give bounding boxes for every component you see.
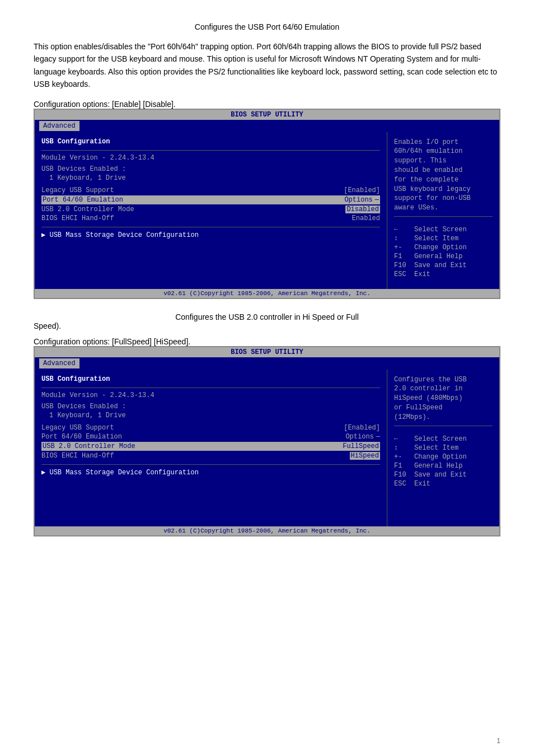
bios-divider-2a	[41, 388, 380, 388]
bios-key-row-1-5: ESC Exit	[394, 270, 493, 278]
bios-item-label-2-1: Port 64/60 Emulation	[41, 433, 343, 441]
bios-item-row-1-1: Port 64/60 Emulation Options —	[41, 195, 380, 204]
bios-module-version-2: Module Version - 2.24.3-13.4	[41, 391, 380, 399]
bios-key-desc-1-3: General Help	[414, 253, 462, 260]
bios-key-row-2-3: F1 General Help	[394, 462, 493, 470]
section1-description: This option enables/disables the "Port 6…	[34, 40, 500, 91]
bios-item-value-1-1: Options	[344, 196, 372, 204]
bios-divider-right-2	[394, 426, 493, 426]
bios-key-row-2-4: F10 Save and Exit	[394, 471, 493, 479]
bios-item-value-1-2: Disabled	[345, 206, 380, 213]
bios-right-2: Configures the USB 2.0 controller in HiS…	[387, 370, 499, 526]
bios-section-title-2: USB Configuration	[41, 375, 380, 383]
bios-devices-label-1: USB Devices Enabled :	[41, 165, 380, 173]
bios-key-desc-1-5: Exit	[414, 270, 430, 278]
bios-key-desc-1-1: Select Item	[414, 235, 458, 242]
bios-key-f1-2: F1	[394, 462, 414, 470]
bios-item-row-2-1: Port 64/60 Emulation Options —	[41, 433, 380, 441]
bios-item-value-2-3: HiSpeed	[350, 452, 380, 460]
bios-key-arrow-2: ←	[394, 435, 414, 443]
bios-item-label-2-3: BIOS EHCI Hand-Off	[41, 452, 348, 460]
bios-tabbar-1: Advanced	[35, 120, 499, 132]
bios-key-updown-2: ↕	[394, 444, 414, 452]
bios-key-plusminus-2: +-	[394, 453, 414, 461]
bios-divider-right-1	[394, 216, 493, 217]
bios-key-desc-2-1: Select Item	[414, 444, 458, 452]
bios-key-row-1-1: ↕ Select Item	[394, 235, 493, 242]
bios-screen-2: BIOS SETUP UTILITY Advanced USB Configur…	[34, 346, 500, 536]
bios-item-row-2-2: USB 2.0 Controller Mode FullSpeed	[41, 442, 380, 451]
bios-key-row-2-2: +- Change Option	[394, 453, 493, 461]
bios-item-label-1-1: Port 64/60 Emulation	[43, 196, 342, 204]
bios-keys-2: ← Select Screen ↕ Select Item +- Change …	[394, 435, 493, 488]
bios-key-desc-1-2: Change Option	[414, 244, 467, 251]
bios-key-row-1-0: ← Select Screen	[394, 226, 493, 234]
bios-header-1: BIOS SETUP UTILITY	[35, 110, 499, 120]
bios-item-label-2-0: Legacy USB Support	[41, 424, 341, 432]
bios-content-2: USB Configuration Module Version - 2.24.…	[35, 370, 499, 526]
bios-divider-1b	[41, 227, 380, 227]
section2-title2: Speed).	[34, 321, 500, 330]
bios-key-desc-1-4: Save and Exit	[414, 262, 467, 269]
bios-tab-advanced-1[interactable]: Advanced	[39, 121, 79, 131]
bios-key-esc-1: ESC	[394, 270, 414, 278]
bios-key-desc-1-0: Select Screen	[414, 226, 467, 234]
bios-left-1: USB Configuration Module Version - 2.24.…	[35, 132, 387, 289]
bios-key-row-1-3: F1 General Help	[394, 253, 493, 260]
bios-help-2: Configures the USB 2.0 controller in HiS…	[394, 375, 493, 422]
bios-item-value-2-1: Options	[345, 433, 373, 441]
bios-key-row-1-2: +- Change Option	[394, 244, 493, 251]
bios-tabbar-2: Advanced	[35, 357, 499, 370]
bios-key-f1-1: F1	[394, 253, 414, 260]
bios-key-desc-2-0: Select Screen	[414, 435, 467, 443]
bios-left-2: USB Configuration Module Version - 2.24.…	[35, 370, 387, 526]
bios-item-label-1-3: BIOS EHCI Hand-Off	[41, 214, 350, 222]
bios-screen-1: BIOS SETUP UTILITY Advanced USB Configur…	[34, 109, 500, 299]
bios-item-row-1-2: USB 2.0 Controller Mode Disabled	[41, 206, 380, 213]
bios-devices-label-2: USB Devices Enabled :	[41, 403, 380, 410]
bios-key-esc-2: ESC	[394, 480, 414, 488]
bios-item-value-1-0: [Enabled]	[344, 186, 380, 194]
section2-config-label: Configuration options: [FullSpeed] [HiSp…	[34, 337, 500, 346]
bios-content-1: USB Configuration Module Version - 2.24.…	[35, 132, 499, 289]
section2-title: Configures the USB 2.0 controller in Hi …	[34, 312, 500, 321]
bios-module-version-1: Module Version - 2.24.3-13.4	[41, 154, 380, 162]
bios-arrow-icon-2: —	[376, 433, 380, 441]
bios-item-label-1-2: USB 2.0 Controller Mode	[41, 206, 343, 213]
bios-key-row-2-0: ← Select Screen	[394, 435, 493, 443]
bios-key-plusminus-1: +-	[394, 244, 414, 251]
bios-item-value-2-0: [Enabled]	[344, 424, 380, 432]
bios-footer-1: v02.61 (C)Copyright 1985-2006, American …	[35, 289, 499, 298]
bios-submenu-1[interactable]: ▶ USB Mass Storage Device Configuration	[41, 231, 380, 239]
bios-item-label-2-2: USB 2.0 Controller Mode	[43, 442, 340, 450]
bios-item-label-1-0: Legacy USB Support	[41, 186, 341, 194]
bios-key-row-2-1: ↕ Select Item	[394, 444, 493, 452]
bios-key-desc-2-5: Exit	[414, 480, 430, 488]
bios-submenu-2[interactable]: ▶ USB Mass Storage Device Configuration	[41, 468, 380, 477]
bios-help-1: Enables I/O port 60h/64h emulation suppo…	[394, 138, 493, 213]
bios-header-2: BIOS SETUP UTILITY	[35, 347, 499, 357]
bios-item-row-2-3: BIOS EHCI Hand-Off HiSpeed	[41, 452, 380, 460]
bios-devices-value-1: 1 Keyboard, 1 Drive	[41, 174, 380, 182]
bios-key-desc-2-4: Save and Exit	[414, 471, 467, 479]
bios-key-updown-1: ↕	[394, 235, 414, 242]
bios-item-row-1-0: Legacy USB Support [Enabled]	[41, 186, 380, 194]
bios-key-row-2-5: ESC Exit	[394, 480, 493, 488]
bios-divider-2b	[41, 464, 380, 465]
bios-item-row-1-3: BIOS EHCI Hand-Off Enabled	[41, 214, 380, 222]
bios-key-desc-2-2: Change Option	[414, 453, 467, 461]
bios-key-arrow-1: ←	[394, 226, 414, 234]
bios-key-row-1-4: F10 Save and Exit	[394, 262, 493, 269]
page-number: 1	[496, 737, 500, 745]
bios-item-value-2-2: FullSpeed	[343, 442, 379, 450]
bios-section-title-1: USB Configuration	[41, 138, 380, 146]
bios-right-1: Enables I/O port 60h/64h emulation suppo…	[387, 132, 499, 289]
bios-key-f10-2: F10	[394, 471, 414, 479]
bios-key-desc-2-3: General Help	[414, 462, 462, 470]
bios-divider-1a	[41, 150, 380, 151]
section1-title: Configures the USB Port 64/60 Emulation	[34, 22, 500, 31]
bios-tab-advanced-2[interactable]: Advanced	[39, 358, 79, 368]
bios-item-row-2-0: Legacy USB Support [Enabled]	[41, 424, 380, 432]
section1-config-label: Configuration options: [Enable] [Disable…	[34, 100, 500, 109]
bios-arrow-icon: —	[375, 196, 379, 204]
